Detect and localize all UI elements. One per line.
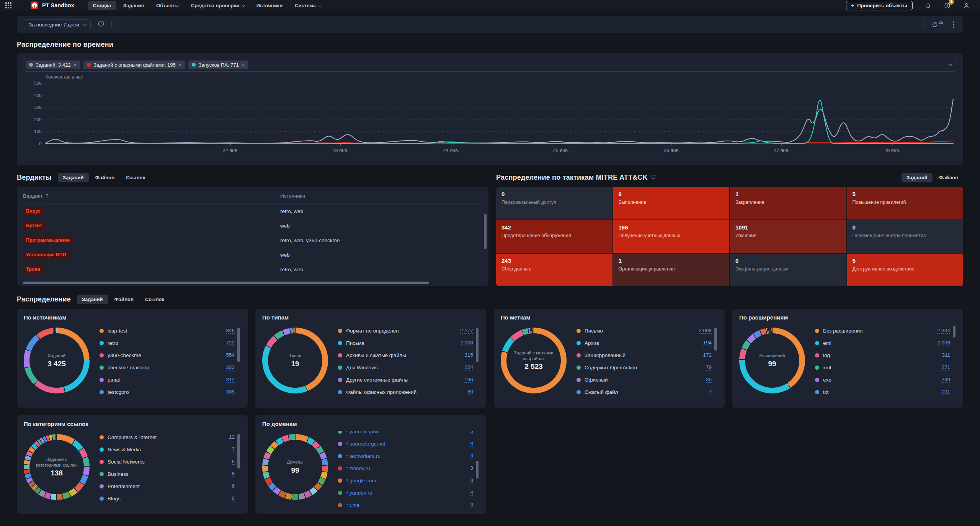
notifications-bell-icon[interactable] xyxy=(924,2,932,9)
legend-value-link[interactable]: 271 xyxy=(941,364,950,370)
info-icon[interactable]: 1 xyxy=(943,2,951,9)
mitre-tactic-cell[interactable]: 1091Изучение xyxy=(730,220,846,253)
legend-value-link[interactable]: 249 xyxy=(941,377,950,383)
legend-label[interactable]: *.yandex.ru xyxy=(346,490,470,496)
mitre-tab-Файлов[interactable]: Файлов xyxy=(934,173,963,182)
apps-grid-icon[interactable] xyxy=(5,2,11,8)
legend-value-link[interactable]: 315 xyxy=(464,352,473,358)
legend-value-link[interactable]: 6 xyxy=(232,471,235,477)
legend-scrollbar[interactable] xyxy=(237,434,240,469)
legend-value-link[interactable]: 3 xyxy=(470,441,473,447)
legend-value-link[interactable]: 3 xyxy=(470,431,473,434)
legend-value-link[interactable]: 312 xyxy=(226,377,235,383)
nav-item-Задания[interactable]: Задания xyxy=(118,1,149,10)
mitre-tactic-cell[interactable]: 0Первоначальный доступ xyxy=(496,187,612,220)
legend-value-link[interactable]: 254 xyxy=(464,364,473,370)
verdicts-tab-Заданий[interactable]: Заданий xyxy=(58,173,89,182)
vertical-scrollbar[interactable] xyxy=(484,214,487,249)
legend-label[interactable]: *.yandex.sport xyxy=(346,431,470,434)
donut-chart[interactable]: Заданий с категориями ссылок138 xyxy=(24,434,90,500)
kebab-menu-icon[interactable] xyxy=(951,20,957,29)
donut-chart[interactable]: Типов19 xyxy=(262,328,328,393)
legend-value-link[interactable]: 6 xyxy=(232,483,235,489)
distribution-tab-Файлов[interactable]: Файлов xyxy=(109,295,139,304)
legend-value-link[interactable]: 554 xyxy=(226,352,235,358)
mitre-tactic-cell[interactable]: 166Получение учетных данных xyxy=(613,220,730,253)
distribution-tab-Ссылок[interactable]: Ссылок xyxy=(140,295,169,304)
mitre-tactic-cell[interactable]: 0Перемещение внутри периметра xyxy=(847,220,964,253)
verdicts-tab-Файлов[interactable]: Файлов xyxy=(90,173,119,182)
horizontal-scrollbar[interactable] xyxy=(23,282,429,284)
verdict-table-row[interactable]: Установщик ВПОweb xyxy=(23,247,482,262)
legend-value-link[interactable]: 305 xyxy=(226,389,235,395)
verdict-badge[interactable]: Установщик ВПО xyxy=(23,251,70,259)
legend-value-link[interactable]: 722 xyxy=(226,340,235,346)
legend-value-link[interactable]: 6 xyxy=(232,459,235,465)
series-multiselect[interactable]: Заданий: 3 422×Заданий с опасными файлам… xyxy=(23,58,957,72)
mitre-tactic-cell[interactable]: 1Закрепление xyxy=(730,187,846,220)
legend-scrollbar[interactable] xyxy=(714,328,717,351)
legend-value-link[interactable]: 3 xyxy=(470,477,473,483)
mitre-tactic-cell[interactable]: 5Повышение привилегий xyxy=(847,187,964,220)
verdict-badge[interactable]: Вирус xyxy=(23,207,44,215)
legend-scrollbar[interactable] xyxy=(953,326,956,338)
verdict-table-row[interactable]: Вирусretro, web xyxy=(23,204,482,218)
legend-label[interactable]: *.sourceforge.net xyxy=(346,441,470,447)
nav-item-Средства проверки[interactable]: Средства проверки xyxy=(186,1,249,10)
mitre-tactic-cell[interactable]: 243Сбор данных xyxy=(496,254,612,286)
legend-value-link[interactable]: 6 xyxy=(232,495,235,501)
auto-refresh-button[interactable]: 15 xyxy=(931,21,943,28)
verdict-badge[interactable]: Буткит xyxy=(23,222,45,229)
mitre-tactic-cell[interactable]: 1Организация управления xyxy=(613,254,730,286)
legend-value-link[interactable]: 3 xyxy=(470,465,473,471)
legend-value-link[interactable]: 12 xyxy=(229,434,235,440)
legend-value-link[interactable]: 211 xyxy=(942,389,950,395)
nav-item-Система[interactable]: Система xyxy=(290,1,326,10)
time-range-clock-icon[interactable] xyxy=(98,20,105,29)
legend-value-link[interactable]: 7 xyxy=(232,446,235,452)
verdict-badge[interactable]: Троян xyxy=(23,265,43,273)
legend-value-link[interactable]: 311 xyxy=(942,352,950,358)
donut-chart[interactable]: Расширений99 xyxy=(739,328,805,393)
legend-value-link[interactable]: 2 008 xyxy=(460,340,473,346)
legend-value-link[interactable]: 196 xyxy=(464,377,473,383)
legend-value-link[interactable]: 3 xyxy=(470,502,473,508)
nav-item-Источники[interactable]: Источники xyxy=(252,1,287,10)
legend-value-link[interactable]: 79 xyxy=(706,364,712,370)
legend-value-link[interactable]: 2 334 xyxy=(937,328,950,334)
verdict-column-header[interactable]: Вердикт xyxy=(23,193,280,199)
remove-chip-icon[interactable]: × xyxy=(178,62,182,68)
verdict-table-row[interactable]: Программа-шпионretro, web, y360-checkme xyxy=(23,233,482,247)
nav-item-Объекты[interactable]: Объекты xyxy=(151,1,184,10)
verdict-table-row[interactable]: Троянretro, web xyxy=(23,262,482,277)
mitre-tab-Заданий[interactable]: Заданий xyxy=(902,173,933,182)
legend-value-link[interactable]: 3 xyxy=(470,453,473,459)
legend-value-link[interactable]: 846 xyxy=(226,328,235,334)
legend-value-link[interactable]: 2 006 xyxy=(937,340,950,346)
legend-scrollbar[interactable] xyxy=(476,328,479,362)
verdict-badge[interactable]: Программа-шпион xyxy=(23,236,73,244)
mitre-tactic-cell[interactable]: 5Деструктивное воздействие xyxy=(847,254,964,286)
time-series-chart[interactable]: Количество в час010020030040050022 янв.2… xyxy=(23,74,957,161)
verdict-table-row[interactable]: Буткитweb xyxy=(23,218,482,233)
legend-scrollbar[interactable] xyxy=(476,461,479,478)
legend-value-link[interactable]: 7 xyxy=(709,389,712,395)
mitre-tactic-cell[interactable]: 6Выполнение xyxy=(613,187,730,220)
distribution-tab-Заданий[interactable]: Заданий xyxy=(77,295,108,304)
legend-label[interactable]: *.techwriters.ru xyxy=(346,453,470,459)
user-profile-icon[interactable] xyxy=(962,2,970,9)
filter-query-input[interactable] xyxy=(111,19,924,30)
donut-chart[interactable]: Заданий с метками на файлах2 523 xyxy=(501,328,567,393)
legend-label[interactable]: *.zlonov.ru xyxy=(346,465,470,471)
legend-label[interactable]: *.google.com xyxy=(346,478,470,483)
mitre-tactic-cell[interactable]: 342Предотвращение обнаружения xyxy=(496,220,612,253)
external-link-icon[interactable] xyxy=(651,174,656,182)
legend-value-link[interactable]: 2 008 xyxy=(699,328,712,334)
nav-item-Сводка[interactable]: Сводка xyxy=(88,1,116,10)
verdicts-tab-Ссылок[interactable]: Ссылок xyxy=(121,173,150,182)
legend-value-link[interactable]: 2 277 xyxy=(460,328,473,334)
donut-chart[interactable]: Заданий3 425 xyxy=(24,328,90,393)
legend-value-link[interactable]: 322 xyxy=(226,364,235,370)
legend-value-link[interactable]: 80 xyxy=(467,389,473,395)
series-chip[interactable]: Заданий с опасными файлами: 195× xyxy=(83,61,185,69)
